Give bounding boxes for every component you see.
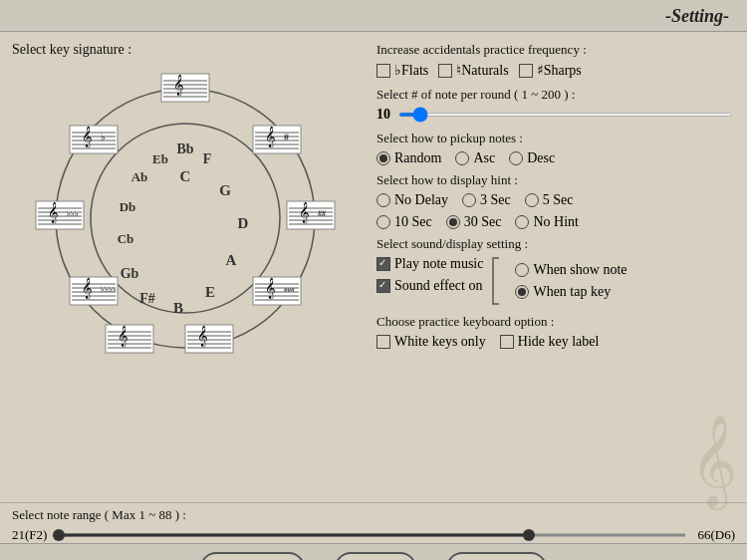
hide-key-label-checkbox[interactable] <box>500 335 514 349</box>
keyboard-label: Choose practice keyboard option : <box>376 314 733 330</box>
flats-checkbox[interactable] <box>376 64 390 78</box>
naturals-label: ♮Naturals <box>456 62 508 79</box>
svg-rect-33 <box>185 325 233 353</box>
sharps-checkbox-item[interactable]: ♯Sharps <box>519 62 582 79</box>
svg-text:𝄞: 𝄞 <box>82 277 93 300</box>
pickup-random-label: Random <box>394 150 441 166</box>
notes-per-round-slider[interactable] <box>398 113 733 117</box>
hint-10sec-label: 10 Sec <box>394 214 432 230</box>
hint-10sec[interactable]: 10 Sec <box>376 214 432 230</box>
hint-nodelay-radio[interactable] <box>376 193 390 207</box>
hint-5sec-label: 5 Sec <box>543 192 574 208</box>
pickup-asc-label: Asc <box>473 150 495 166</box>
accidentals-row: ♭Flats ♮Naturals ♯Sharps <box>376 62 733 79</box>
pickup-desc[interactable]: Desc <box>509 150 555 166</box>
sound-effect-item[interactable]: Sound effect on <box>376 278 483 294</box>
svg-text:𝄞: 𝄞 <box>48 201 59 224</box>
watermark-icon: 𝄞 <box>690 420 737 500</box>
when-show-note-item[interactable]: When show note <box>515 262 626 278</box>
left-panel: Select key signature : 𝄞 <box>0 32 369 502</box>
svg-text:Ab: Ab <box>131 169 148 184</box>
pickup-random[interactable]: Random <box>376 150 441 166</box>
hint-3sec[interactable]: 3 Sec <box>462 192 511 208</box>
app-title: -Setting- <box>665 6 729 26</box>
svg-text:A: A <box>226 252 237 268</box>
svg-text:𝄞: 𝄞 <box>299 201 310 224</box>
svg-rect-47 <box>70 126 118 153</box>
svg-text:F#: F# <box>139 291 155 306</box>
svg-text:B: B <box>173 300 183 316</box>
sharps-label: ♯Sharps <box>537 62 582 79</box>
white-keys-only-checkbox[interactable] <box>376 335 390 349</box>
flats-label: ♭Flats <box>394 62 428 79</box>
hint-3sec-radio[interactable] <box>462 193 476 207</box>
play-note-music-label: Play note music <box>394 256 483 272</box>
hint-5sec[interactable]: 5 Sec <box>525 192 574 208</box>
svg-text:##: ## <box>318 209 326 218</box>
pickup-random-radio[interactable] <box>376 151 390 165</box>
hint-10sec-radio[interactable] <box>376 215 390 229</box>
ok-button[interactable]: OK <box>335 552 416 560</box>
svg-rect-40 <box>106 325 153 353</box>
svg-text:♭♭♭♭: ♭♭♭♭ <box>101 285 117 294</box>
svg-text:D: D <box>238 215 249 231</box>
hint-3sec-label: 3 Sec <box>480 192 511 208</box>
pickup-options-row: Random Asc Desc <box>376 150 733 166</box>
svg-rect-9 <box>253 126 301 153</box>
svg-text:Cb: Cb <box>118 231 134 246</box>
sound-effect-checkbox[interactable] <box>376 279 390 293</box>
svg-text:Gb: Gb <box>121 266 139 281</box>
svg-text:Bb: Bb <box>176 141 193 156</box>
cancel-button[interactable]: Cancel <box>446 552 548 560</box>
circle-of-fifths[interactable]: 𝄞 𝄞 # 𝄞 ## <box>26 64 345 383</box>
svg-text:𝄞: 𝄞 <box>197 325 208 348</box>
svg-text:𝄞: 𝄞 <box>265 277 276 300</box>
svg-text:###: ### <box>284 286 295 294</box>
sound-display-label: Select sound/display setting : <box>376 236 733 252</box>
hint-30sec-label: 30 Sec <box>464 214 502 230</box>
note-range-max: 66(D6) <box>697 527 735 543</box>
notes-per-round-label: Select # of note per round ( 1 ~ 200 ) : <box>376 87 733 103</box>
naturals-checkbox-item[interactable]: ♮Naturals <box>438 62 508 79</box>
svg-text:𝄞: 𝄞 <box>118 325 128 348</box>
play-note-music-item[interactable]: Play note music <box>376 256 483 272</box>
hide-key-label-label: Hide key label <box>518 334 600 350</box>
range-max-thumb[interactable] <box>523 529 535 541</box>
hint-nodelay[interactable]: No Delay <box>376 192 448 208</box>
pickup-desc-label: Desc <box>527 150 555 166</box>
hint-5sec-radio[interactable] <box>525 193 539 207</box>
hint-30sec[interactable]: 30 Sec <box>446 214 502 230</box>
pickup-desc-radio[interactable] <box>509 151 523 165</box>
when-tap-key-item[interactable]: When tap key <box>515 284 626 300</box>
hint-nohint[interactable]: No Hint <box>515 214 579 230</box>
notes-per-round-value: 10 <box>376 107 390 123</box>
hint-nohint-radio[interactable] <box>515 215 529 229</box>
when-tap-key-radio[interactable] <box>515 285 529 299</box>
sharps-checkbox[interactable] <box>519 64 533 78</box>
pickup-asc-radio[interactable] <box>455 151 469 165</box>
svg-text:Db: Db <box>120 199 136 214</box>
svg-text:𝄞: 𝄞 <box>173 74 184 97</box>
range-min-thumb[interactable] <box>53 529 65 541</box>
flats-checkbox-item[interactable]: ♭Flats <box>376 62 428 79</box>
pickup-asc[interactable]: Asc <box>455 150 495 166</box>
sound-effect-label: Sound effect on <box>394 278 482 294</box>
svg-text:E: E <box>205 284 215 300</box>
note-range-label: Select note range ( Max 1 ~ 88 ) : <box>12 507 735 523</box>
play-note-music-checkbox[interactable] <box>376 257 390 271</box>
default-button[interactable]: Default <box>200 552 305 560</box>
svg-rect-17 <box>287 201 335 229</box>
hint-30sec-radio[interactable] <box>446 215 460 229</box>
hide-key-label-item[interactable]: Hide key label <box>500 334 600 350</box>
svg-text:𝄞: 𝄞 <box>82 126 93 148</box>
hint-row2: 10 Sec 30 Sec No Hint <box>376 214 733 230</box>
naturals-checkbox[interactable] <box>438 64 452 78</box>
when-show-note-radio[interactable] <box>515 263 529 277</box>
svg-text:𝄞: 𝄞 <box>265 126 276 148</box>
svg-text:Eb: Eb <box>152 151 168 166</box>
svg-rect-2 <box>161 74 209 102</box>
white-keys-only-item[interactable]: White keys only <box>376 334 486 350</box>
svg-text:G: G <box>219 182 231 198</box>
accidentals-label: Increase accidentals practice frequency … <box>376 42 733 58</box>
footer: Default OK Cancel <box>0 543 747 560</box>
